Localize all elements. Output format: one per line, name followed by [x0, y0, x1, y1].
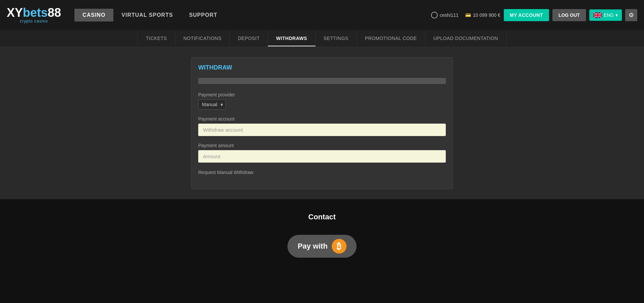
request-manual-withdraw-button[interactable]: Request Manual Withdraw: [198, 170, 253, 175]
payment-amount-label: Payment amount: [198, 143, 446, 148]
main-nav: CASINO VIRTUAL SPORTS SUPPORT: [74, 9, 424, 21]
logo: XYbets88 crypto casino: [7, 7, 61, 24]
request-button-group: Request Manual Withdraw: [198, 169, 446, 175]
main-content: WITHDRAW Payment provider Manual Payment…: [0, 47, 644, 199]
logo-88: 88: [48, 6, 61, 19]
balance-info: 💳 10 099 900 €: [465, 12, 500, 18]
footer: Contact Pay with ₿: [0, 199, 644, 303]
payment-account-label: Payment account: [198, 116, 446, 122]
logo-sub: crypto casino: [20, 19, 48, 24]
nav-support[interactable]: SUPPORT: [181, 9, 225, 21]
lang-label: ENG: [604, 12, 614, 18]
pay-with-button[interactable]: Pay with ₿: [287, 235, 356, 258]
sub-nav-tickets[interactable]: TICKETS: [138, 31, 175, 46]
sub-nav-notifications[interactable]: NOTIFICATIONS: [175, 31, 230, 46]
logo-bets: bets: [23, 6, 48, 19]
progress-bar: [198, 78, 446, 84]
payment-amount-group: Payment amount: [198, 143, 446, 163]
payment-provider-group: Payment provider Manual: [198, 92, 446, 110]
nav-casino[interactable]: CASINO: [74, 9, 113, 21]
sub-nav-withdraws[interactable]: WITHDRAWS: [268, 31, 315, 46]
sub-nav-settings[interactable]: SETTINGS: [316, 31, 357, 46]
payment-account-group: Payment account: [198, 116, 446, 136]
gear-icon: ⚙: [629, 11, 634, 19]
withdraw-container: WITHDRAW Payment provider Manual Payment…: [191, 57, 453, 189]
user-info: ceshi111: [431, 12, 459, 18]
sub-nav-deposit[interactable]: DEPOSIT: [230, 31, 268, 46]
header-right: ceshi111 💳 10 099 900 € MY ACCOUNT LOG O…: [431, 9, 637, 21]
balance-amount: 10 099 900 €: [473, 12, 500, 18]
bitcoin-icon: ₿: [332, 239, 346, 254]
contact-title: Contact: [7, 213, 637, 221]
lang-chevron-icon: ▾: [615, 12, 618, 18]
uk-flag-icon: [593, 12, 602, 18]
sub-nav: TICKETS NOTIFICATIONS DEPOSIT WITHDRAWS …: [0, 30, 644, 47]
logo-text: XYbets88: [7, 7, 61, 19]
payment-amount-input[interactable]: [198, 150, 446, 163]
sub-nav-upload-documentation[interactable]: UPLOAD DOCUMENTATION: [425, 31, 506, 46]
payment-provider-label: Payment provider: [198, 92, 446, 97]
wallet-icon: 💳: [465, 12, 471, 18]
username: ceshi111: [440, 12, 459, 18]
user-circle-icon: [431, 12, 438, 18]
payment-account-input[interactable]: [198, 124, 446, 136]
my-account-button[interactable]: MY ACCOUNT: [504, 9, 549, 21]
settings-gear-button[interactable]: ⚙: [625, 9, 637, 21]
logo-xy: XY: [7, 6, 23, 19]
payment-provider-select[interactable]: Manual: [198, 99, 226, 110]
language-button[interactable]: ENG ▾: [589, 9, 622, 21]
logout-button[interactable]: LOG OUT: [552, 9, 586, 21]
header: XYbets88 crypto casino CASINO VIRTUAL SP…: [0, 0, 644, 30]
sub-nav-promotional-code[interactable]: PROMOTIONAL CODE: [357, 31, 425, 46]
pay-with-label: Pay with: [298, 242, 327, 251]
payment-provider-select-wrapper: Manual: [198, 99, 226, 110]
withdraw-title: WITHDRAW: [198, 64, 446, 71]
nav-virtual-sports[interactable]: VIRTUAL SPORTS: [113, 9, 181, 21]
